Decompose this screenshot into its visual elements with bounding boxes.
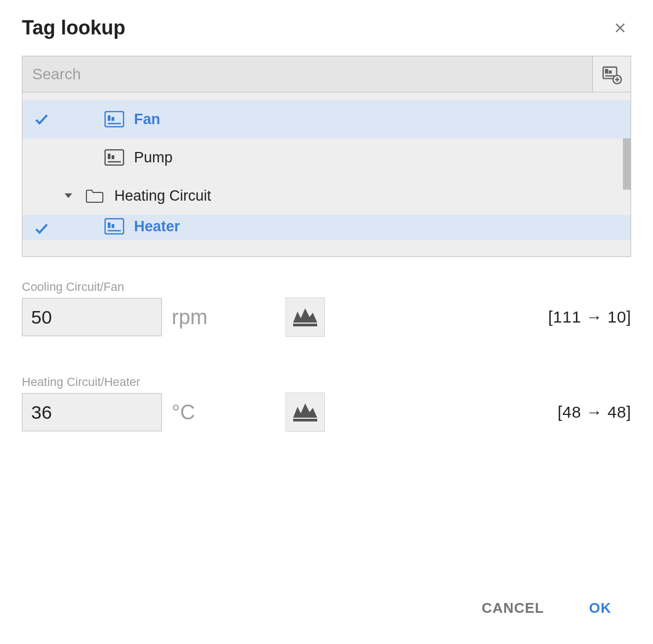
check-icon [31, 109, 52, 130]
ok-button[interactable]: OK [586, 594, 615, 622]
search-row [22, 56, 631, 92]
chevron-down-icon [65, 192, 72, 200]
trend-icon [292, 401, 318, 423]
svg-rect-23 [293, 419, 317, 421]
value-path: Heating Circuit/Heater [22, 375, 631, 389]
svg-rect-1 [605, 69, 608, 73]
tag-icon [104, 218, 124, 235]
tree-item-label: Pump [134, 149, 631, 166]
tree-item-pump[interactable]: Pump [22, 138, 631, 177]
svg-marker-22 [293, 403, 317, 418]
svg-rect-9 [112, 117, 114, 121]
search-input[interactable] [22, 56, 592, 92]
tree-item-label: Heater [134, 218, 631, 235]
tree-item-heating-circuit[interactable]: Heating Circuit [22, 177, 631, 215]
add-tag-icon [602, 64, 622, 85]
close-button[interactable] [609, 17, 631, 39]
svg-rect-13 [112, 155, 114, 159]
svg-rect-17 [108, 223, 110, 228]
svg-rect-12 [108, 154, 110, 159]
tag-tree: Fan Pump [22, 92, 631, 256]
value-unit: rpm [172, 306, 254, 329]
svg-rect-2 [609, 71, 611, 73]
folder-icon [85, 188, 104, 204]
check-icon [31, 218, 52, 239]
svg-rect-21 [293, 324, 317, 326]
svg-rect-8 [108, 115, 110, 121]
value-input-heater[interactable] [22, 393, 162, 431]
svg-marker-20 [293, 308, 317, 323]
value-block-heater: Heating Circuit/Heater °C [48 → 48] [22, 375, 631, 432]
dialog-header: Tag lookup [22, 11, 631, 56]
close-icon [613, 20, 628, 36]
dialog-footer: CANCEL OK [22, 589, 631, 622]
tag-icon [104, 149, 124, 166]
cancel-button[interactable]: CANCEL [479, 594, 547, 622]
trend-icon [292, 306, 318, 328]
expand-toggle[interactable] [62, 189, 75, 202]
tree-item-fan[interactable]: Fan [22, 100, 631, 138]
value-range: [48 → 48] [557, 403, 631, 421]
value-unit: °C [172, 401, 254, 424]
tag-lookup-dialog: Tag lookup [0, 0, 653, 644]
tree-item-heater[interactable]: Heater [22, 215, 631, 240]
value-input-fan[interactable] [22, 298, 162, 336]
add-tag-button[interactable] [592, 56, 631, 92]
value-range: [111 → 10] [548, 308, 631, 326]
tree-item-label: Fan [134, 111, 631, 128]
dialog-title: Tag lookup [22, 16, 125, 39]
trend-button[interactable] [285, 393, 325, 432]
svg-marker-15 [65, 194, 72, 198]
value-path: Cooling Circuit/Fan [22, 280, 631, 294]
selected-values: Cooling Circuit/Fan rpm [111 → 10] Heati… [22, 280, 631, 432]
tag-browser-panel: Fan Pump [22, 56, 631, 257]
trend-button[interactable] [285, 297, 325, 337]
svg-rect-18 [112, 224, 114, 228]
tree-item-label: Heating Circuit [114, 188, 631, 204]
value-block-fan: Cooling Circuit/Fan rpm [111 → 10] [22, 280, 631, 337]
tag-icon [104, 111, 124, 127]
